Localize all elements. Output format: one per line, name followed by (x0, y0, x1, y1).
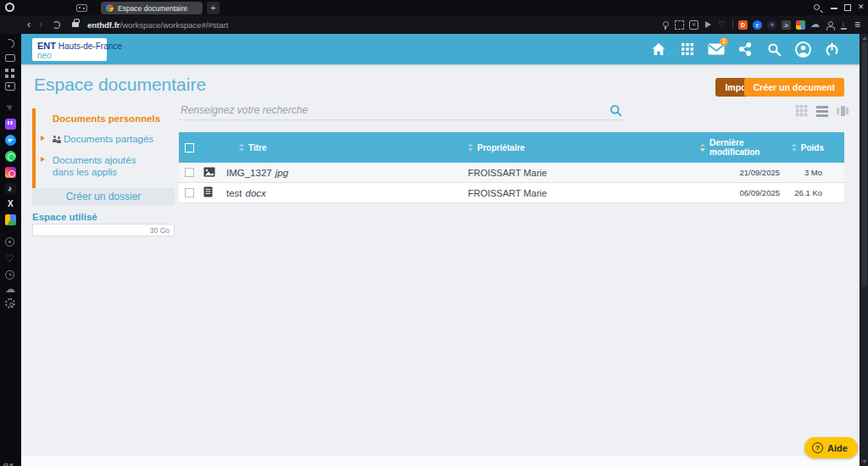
downloads-icon[interactable] (839, 20, 849, 30)
space-total-value: 30 Go (150, 226, 170, 235)
footer-strip (21, 456, 860, 466)
search-input[interactable] (179, 102, 594, 119)
cloud-sync-icon[interactable] (810, 20, 820, 30)
carousel-view-icon[interactable] (837, 105, 849, 117)
column-modified[interactable]: Dernière modification (700, 138, 785, 157)
window-minimize-icon[interactable] (829, 4, 841, 12)
whatsapp-icon[interactable] (5, 151, 16, 162)
expand-triangle-icon[interactable] (41, 136, 45, 141)
scroll-down-icon[interactable] (862, 460, 867, 463)
search-submit-icon[interactable] (609, 104, 622, 120)
space-used-gauge: 30 Go (32, 224, 175, 236)
documents-table: Titre Propriétaire Dernière modification… (179, 132, 844, 203)
column-title[interactable]: Titre (220, 143, 463, 153)
history-back-icon[interactable] (3, 37, 15, 49)
gx-logo[interactable]: GX (3, 462, 14, 466)
scroll-up-icon[interactable] (862, 36, 867, 40)
file-ext: jpg (275, 168, 288, 178)
share-icon[interactable] (736, 40, 754, 58)
mail-icon[interactable]: 1 (707, 40, 726, 58)
instagram-icon[interactable] (5, 167, 16, 178)
window-maximize-icon[interactable] (843, 4, 854, 12)
workspaces-icon[interactable] (76, 4, 87, 12)
scrollbar-thumb[interactable] (862, 42, 867, 287)
forward-icon[interactable]: › (39, 20, 42, 29)
sort-icon[interactable] (700, 143, 705, 152)
twitch-icon[interactable] (5, 119, 16, 130)
column-size[interactable]: Poids (785, 143, 844, 153)
help-question-icon (812, 442, 823, 453)
ent-logo[interactable]: ENT Hauts-de-France neo (32, 38, 107, 61)
favorites-icon[interactable] (5, 254, 16, 265)
x-twitter-icon[interactable] (5, 199, 16, 210)
window-search-icon[interactable] (814, 4, 826, 12)
lock-icon[interactable] (72, 22, 79, 27)
space-used-label: Espace utilisé (32, 212, 97, 222)
nav-item-shared-documents[interactable]: Documents partagés (36, 129, 175, 149)
table-row[interactable]: testdocx FROISSART Marie 06/09/2025 26.1… (179, 183, 844, 203)
table-header: Titre Propriétaire Dernière modification… (179, 132, 844, 163)
history-icon[interactable] (5, 270, 14, 280)
column-owner[interactable]: Propriétaire (463, 143, 700, 153)
snapshot-icon[interactable] (675, 20, 684, 30)
back-icon[interactable]: ‹ (27, 20, 31, 29)
extension-grid-icon[interactable] (796, 20, 805, 30)
easel-icon[interactable] (5, 54, 15, 62)
browser-menu-icon[interactable] (854, 20, 863, 30)
browser-tab[interactable]: Espace documentaire (101, 2, 203, 14)
window-close-icon[interactable] (856, 4, 868, 12)
pin-icon[interactable] (660, 20, 670, 30)
browser-addressbar: ‹ › enthdf.fr/workspace/workspace#/#star… (0, 15, 868, 34)
file-modified: 06/09/2025 (700, 188, 785, 197)
extension-jr-icon[interactable] (782, 20, 791, 30)
table-row[interactable]: IMG_1327jpg FROISSART Marie 21/09/2025 3… (179, 163, 844, 183)
select-all-checkbox[interactable] (185, 143, 194, 153)
file-modified: 21/09/2025 (700, 168, 785, 177)
record-icon[interactable] (5, 237, 14, 247)
account-icon[interactable] (793, 40, 812, 58)
url-path: /workspace/workspace#/#start (120, 20, 229, 30)
list-view-icon[interactable] (816, 105, 828, 117)
mail-badge: 1 (720, 37, 728, 46)
logo-neo-text: neo (37, 51, 102, 60)
popout-icon[interactable] (704, 20, 713, 30)
sort-icon[interactable] (239, 143, 244, 152)
page-viewport: ENT Hauts-de-France neo 1 (21, 34, 860, 466)
pointer-app-icon[interactable] (5, 102, 16, 113)
grid-view-icon[interactable] (796, 105, 808, 117)
nav-item-personal-documents[interactable]: Documents personnels (36, 108, 175, 129)
page-scrollbar[interactable] (860, 34, 868, 466)
messenger-icon[interactable] (5, 135, 16, 146)
help-button[interactable]: Aide (804, 437, 858, 458)
opera-logo-icon[interactable] (5, 3, 14, 12)
row-checkbox[interactable] (185, 188, 194, 197)
create-document-button[interactable]: Créer un document (744, 78, 844, 97)
gallery-icon[interactable] (5, 82, 15, 91)
extension-blue-icon[interactable] (753, 20, 762, 30)
search-icon[interactable] (765, 40, 783, 58)
favorites-heart-icon[interactable] (718, 20, 727, 30)
row-checkbox[interactable] (185, 168, 194, 177)
extension-dark-icon[interactable] (767, 20, 776, 30)
expand-triangle-icon[interactable] (41, 157, 45, 162)
adblock-icon[interactable] (689, 20, 698, 30)
profile-icon[interactable] (825, 20, 834, 30)
settings-gear-icon[interactable] (5, 298, 15, 308)
nav-item-app-documents[interactable]: Documents ajoutés dans les applis (36, 150, 163, 183)
tab-favicon-icon (106, 4, 114, 12)
cloud-icon[interactable] (5, 285, 16, 296)
mods-grid-icon[interactable] (5, 69, 14, 78)
reload-icon[interactable] (53, 21, 60, 29)
sort-icon[interactable] (792, 143, 797, 152)
extension-deepl-icon[interactable] (738, 20, 748, 30)
create-folder-button[interactable]: Créer un dossier (32, 188, 175, 205)
multicolor-app-icon[interactable] (5, 214, 16, 225)
new-tab-button[interactable]: + (207, 2, 220, 14)
tiktok-icon[interactable] (5, 183, 16, 194)
url-field[interactable]: enthdf.fr/workspace/workspace#/#start (87, 20, 228, 30)
power-icon[interactable] (822, 40, 841, 58)
home-icon[interactable] (649, 40, 668, 58)
apps-grid-icon[interactable] (678, 40, 697, 58)
help-label: Aide (827, 443, 848, 453)
sort-icon[interactable] (468, 143, 473, 152)
